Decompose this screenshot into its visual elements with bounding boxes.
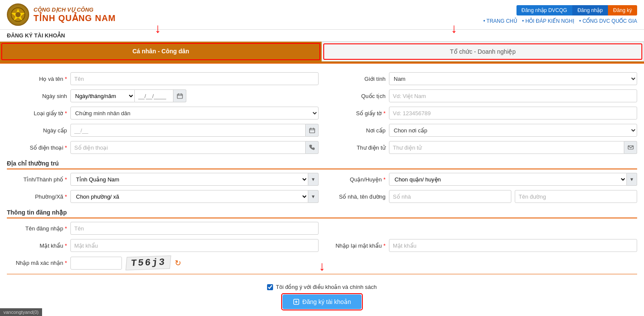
row-sdt-email: Số điện thoại Thư điện tử [7, 141, 637, 154]
label-captcha: Nhập mã xác nhận [7, 260, 67, 266]
email-icon-btn[interactable] [624, 141, 637, 154]
label-sdt: Số điện thoại [7, 144, 67, 151]
house-inputs [389, 190, 637, 203]
page-title: ĐĂNG KÝ TÀI KHOẢN [0, 30, 644, 42]
date-inputs: Ngày/tháng/năm [70, 89, 319, 102]
submit-btn-wrapper: Đăng ký tài khoản [283, 295, 361, 309]
select-ngay-thang-nam[interactable]: Ngày/tháng/năm [70, 89, 135, 102]
phuong-arrow-btn[interactable]: ▼ [308, 190, 319, 203]
calendar-btn-ngay-sinh[interactable] [173, 89, 186, 102]
noi-cap-wrapper: Chon nơi cấp [389, 124, 637, 137]
input-ho-ten[interactable] [70, 72, 319, 85]
label-so-nha: Số nhà, tên đường [325, 193, 386, 200]
sdt-input-wrapper [70, 141, 319, 154]
select-tinh[interactable]: Tỉnh Quảng Nam [70, 173, 308, 186]
group-sdt: Số điện thoại [7, 141, 319, 154]
row-phuong-sonha: Phường/Xã Chon phường/ xã ▼ Số nhà, tên … [7, 190, 637, 203]
header-buttons: Đăng nhập DVCQG Đăng nhập Đăng ký [516, 5, 637, 15]
input-date-text[interactable] [135, 89, 173, 102]
row-ngay-cap-noi-cap: Ngày cấp Nơi cấp Chon nơi cấp [7, 124, 637, 137]
svg-rect-3 [177, 94, 182, 98]
input-email[interactable] [389, 141, 624, 154]
tab-wrapper: ↓ ↓ Cá nhân - Công dân Tổ chức - Doanh n… [0, 42, 644, 63]
group-quan: Quận/Huyện Chon quận/ huyện ▼ [325, 173, 637, 186]
row-captcha: Nhập mã xác nhận T56j3 ↻ [7, 256, 637, 270]
btn-dangnhap[interactable]: Đăng nhập [572, 5, 608, 15]
quan-arrow-btn[interactable]: ▼ [627, 173, 637, 186]
label-ho-ten: Họ và tên [7, 76, 67, 82]
select-quan[interactable]: Chon quận/ huyện [389, 173, 627, 186]
terms-row: Tôi đồng ý với điều khoản và chính sách [267, 284, 377, 290]
section-dia-chi: Địa chỉ thường trú [7, 160, 637, 169]
input-so-giay-to[interactable] [389, 107, 637, 120]
refresh-captcha-icon[interactable]: ↻ [175, 258, 181, 268]
input-mat-khau[interactable] [70, 239, 319, 252]
row-ngay-sinh-quoc-tich: Ngày sinh Ngày/tháng/năm Quốc tịch [7, 89, 637, 102]
label-noi-cap: Nơi cấp [325, 127, 386, 134]
logo-top-line: CÔNG DỊCH VỤ CÔNG [33, 6, 116, 13]
group-gioi-tinh: Giới tính Nam Nữ [325, 72, 637, 85]
input-ten-duong[interactable] [515, 190, 637, 203]
select-noi-cap[interactable]: Chon nơi cấp [389, 124, 637, 137]
row-ho-ten-gioi-tinh: Họ và tên Giới tính Nam Nữ [7, 72, 637, 85]
tinh-arrow-btn[interactable]: ▼ [308, 173, 319, 186]
group-so-nha: Số nhà, tên đường [325, 190, 637, 203]
row-tinh-quan: Tỉnh/Thành phố Tỉnh Quảng Nam ▼ Quận/Huy… [7, 173, 637, 186]
input-ten-dang-nhap[interactable] [70, 222, 319, 235]
btn-dangky-header[interactable]: Đăng ký [608, 5, 637, 15]
logo-icon [7, 3, 29, 26]
label-ten-dang-nhap: Tên đăng nhập [7, 225, 67, 232]
input-sdt[interactable] [70, 141, 306, 154]
header-nav: • TRANG CHỦ • HỎI ĐÁP KIẾN NGHỊ • CỔNG D… [480, 18, 637, 24]
group-ten-dang-nhap: Tên đăng nhập [7, 222, 319, 235]
nav-hoidap[interactable]: • HỎI ĐÁP KIẾN NGHỊ [522, 18, 574, 24]
status-bar: vancongtyand(0) [0, 308, 42, 316]
nav-trangchu[interactable]: • TRANG CHỦ [483, 18, 517, 24]
section-thong-tin: Thông tin đăng nhập [7, 209, 637, 218]
submit-button[interactable]: Đăng ký tài khoản [283, 295, 361, 309]
terms-checkbox[interactable] [267, 284, 273, 290]
group-quoc-tich: Quốc tịch [325, 89, 637, 102]
phone-icon-btn[interactable] [306, 141, 319, 154]
label-quoc-tich: Quốc tịch [325, 93, 386, 99]
group-ngay-sinh: Ngày sinh Ngày/tháng/năm [7, 89, 319, 102]
input-nhap-lai-mat-khau[interactable] [389, 239, 637, 252]
email-input-wrapper [389, 141, 637, 154]
input-quoc-tich[interactable] [389, 89, 637, 102]
group-ngay-cap: Ngày cấp [7, 124, 319, 137]
nav-congdvc[interactable]: • CỔNG DVC QUỐC GIA [579, 18, 637, 24]
input-so-nha[interactable] [389, 190, 511, 203]
group-phuong: Phường/Xã Chon phường/ xã ▼ [7, 190, 319, 203]
captcha-area: T56j3 ↻ [70, 256, 181, 270]
select-loai-giay-to[interactable]: Chứng minh nhân dân Căn cước công dân Hộ… [70, 107, 319, 120]
form-container: Họ và tên Giới tính Nam Nữ Ngày sinh Ngà… [0, 67, 644, 316]
group-loai-giay-to: Loại giấy tờ Chứng minh nhân dân Căn cướ… [7, 107, 319, 120]
header-right: Đăng nhập DVCQG Đăng nhập Đăng ký • TRAN… [480, 5, 637, 24]
group-email: Thư điện tử [325, 141, 637, 154]
select-phuong[interactable]: Chon phường/ xã [70, 190, 308, 203]
btn-dvcqg[interactable]: Đăng nhập DVCQG [516, 5, 572, 15]
label-so-giay-to: Số giấy tờ [325, 110, 386, 117]
select-gioi-tinh[interactable]: Nam Nữ [389, 72, 637, 85]
group-captcha: Nhập mã xác nhận T56j3 ↻ [7, 256, 319, 270]
quan-select-wrapper: Chon quận/ huyện ▼ [389, 173, 637, 186]
logo-bottom-line: TỈNH QUẢNG NAM [33, 13, 116, 23]
logo-area: CÔNG DỊCH VỤ CÔNG TỈNH QUẢNG NAM [7, 3, 116, 26]
tab-to-chuc[interactable]: Tổ chức - Doanh nghiệp [322, 42, 644, 61]
row-ten-dang-nhap: Tên đăng nhập [7, 222, 637, 235]
header: CÔNG DỊCH VỤ CÔNG TỈNH QUẢNG NAM Đăng nh… [0, 0, 644, 30]
label-quan: Quận/Huyện [325, 176, 386, 183]
row-mat-khau: Mật khẩu Nhập lại mật khẩu [7, 239, 637, 252]
submit-area: ↓ Tôi đồng ý với điều khoản và chính sác… [267, 278, 377, 316]
input-ngay-cap[interactable] [70, 124, 306, 137]
label-mat-khau: Mật khẩu [7, 242, 67, 249]
captcha-image: T56j3 [125, 255, 171, 270]
input-captcha[interactable] [70, 257, 122, 270]
label-ngay-sinh: Ngày sinh [7, 93, 67, 99]
label-tinh: Tỉnh/Thành phố [7, 176, 67, 183]
submit-row: Đăng ký tài khoản [267, 295, 377, 309]
label-loai-giay-to: Loại giấy tờ [7, 110, 67, 117]
tab-ca-nhan[interactable]: Cá nhân - Công dân [0, 42, 322, 61]
calendar-btn-ngay-cap[interactable] [306, 124, 319, 137]
group-mat-khau: Mật khẩu [7, 239, 319, 252]
